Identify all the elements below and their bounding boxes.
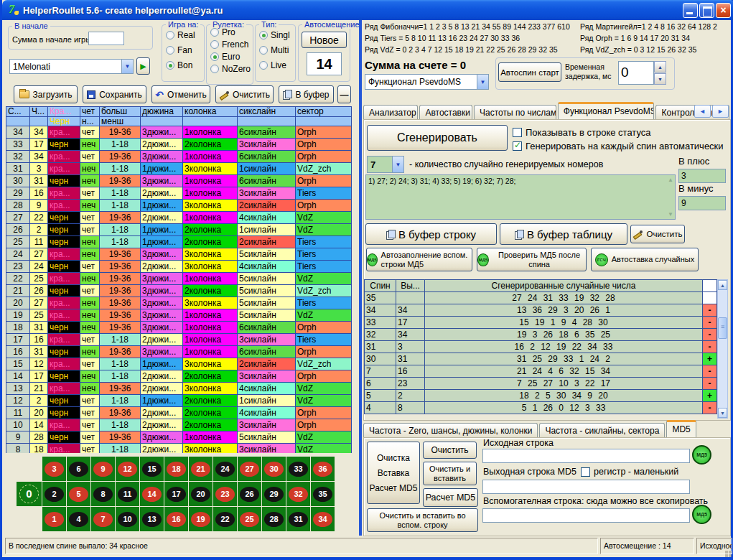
roulette-number-2[interactable]: 2 — [42, 482, 66, 506]
scroll-up-icon[interactable]: ▲ — [718, 280, 727, 290]
history-row[interactable]: 1120чернчет19-362дюжи...2колонка4сиклайн… — [6, 407, 352, 419]
history-row[interactable]: 262чернчет1-181дюжи...2колонка1сиклайнVd… — [6, 224, 352, 236]
history-row[interactable]: 2427кра...неч19-363дюжи...3колонка5сикла… — [6, 248, 352, 261]
history-row[interactable]: 1925кра...неч19-363дюжи...1колонка5сикла… — [6, 309, 352, 322]
history-row[interactable]: 2126чернчет19-363дюжи...2колонка5сиклайн… — [6, 285, 352, 297]
generated-numbers-textarea[interactable]: 1) 27; 2) 24; 3) 31; 4) 33; 5) 19; 6) 32… — [365, 174, 676, 220]
roulette-number-18[interactable]: 18 — [164, 457, 188, 481]
radio-nozero[interactable]: NoZero — [210, 63, 253, 74]
tab-MD5[interactable]: MD5 — [666, 420, 696, 438]
roulette-number-30[interactable]: 30 — [262, 457, 286, 481]
md5-clear-paste-button[interactable]: Очистить и вставить — [423, 462, 477, 485]
count-select[interactable]: 7 ▼ — [367, 156, 404, 173]
new-button[interactable]: Новое — [302, 32, 347, 48]
spin-down-icon[interactable]: ▼ — [654, 73, 666, 85]
radio-real[interactable]: Real — [166, 29, 204, 40]
roulette-number-4[interactable]: 4 — [67, 507, 90, 531]
title-bar[interactable]: 7 HelperRoullet 5.6- create helperroulle… — [2, 0, 733, 20]
history-row[interactable]: 122чернчет1-181дюжи...2колонка1сиклайнVd… — [6, 395, 352, 407]
scrollbar-thumb[interactable] — [718, 317, 727, 339]
undo-button[interactable]: ↶Отменить — [151, 85, 210, 103]
history-row[interactable]: 289кра...неч1-181дюжи...3колонка2сиклайн… — [6, 200, 352, 212]
roulette-number-16[interactable]: 16 — [164, 507, 188, 531]
history-row[interactable]: 818кра...чет1-182дюжи...3колонка3сиклайн… — [6, 444, 352, 454]
chevron-down-icon[interactable]: ▼ — [121, 60, 133, 73]
tab-scroll-right-icon[interactable]: ► — [712, 105, 729, 118]
roulette-number-25[interactable]: 25 — [238, 507, 261, 531]
history-row[interactable]: 1014кра...чет1-182дюжи...2колонка3сиклай… — [6, 419, 352, 431]
roulette-number-15[interactable]: 15 — [140, 457, 164, 481]
clear-generated-button[interactable]: Очистить — [630, 225, 685, 243]
history-row[interactable]: 1631черннеч19-363дюжи...1колонка6сиклайн… — [6, 346, 352, 358]
big-md5-button[interactable]: ОчисткаВставкаРасчет MD5 — [367, 442, 420, 504]
tab-Автоставки[interactable]: Автоставки — [419, 105, 472, 120]
auto-generate-checkbox[interactable]: Генерировать на каждый спин автоматическ… — [513, 141, 724, 151]
roulette-number-36[interactable]: 36 — [311, 457, 335, 481]
start-sum-input[interactable] — [88, 32, 124, 45]
radio-multi[interactable]: Multi — [259, 45, 295, 55]
generated-row[interactable]: 323419 3 26 18 6 35 25- — [365, 329, 717, 341]
roulette-number-19[interactable]: 19 — [189, 507, 213, 531]
history-row[interactable]: 3234кра...чет19-363дюжи...1колонка6сикла… — [6, 151, 352, 163]
roulette-number-23[interactable]: 23 — [213, 482, 237, 506]
plus-value[interactable]: 3 — [678, 169, 726, 183]
roulette-number-12[interactable]: 12 — [116, 457, 139, 481]
roulette-number-20[interactable]: 20 — [189, 482, 213, 506]
profile-select[interactable]: 1Melonati ▼ — [9, 59, 134, 74]
tab-Частота - Zero, шансы, дюжины, колонки[interactable]: Частота - Zero, шансы, дюжины, колонки — [363, 423, 538, 438]
history-row[interactable]: 2027кра...неч19-363дюжи...3колонка5сикла… — [6, 297, 352, 309]
tab-Частоты по числам[interactable]: Частоты по числам — [474, 105, 556, 120]
roulette-number-6[interactable]: 6 — [67, 457, 90, 481]
scroll-down-icon[interactable]: ▼ — [718, 408, 727, 418]
md5-round-button-aux[interactable]: МД5 — [692, 505, 711, 524]
show-status-checkbox[interactable]: Показывать в строке статуса — [513, 127, 651, 138]
chevron-down-icon[interactable]: ▼ — [477, 75, 488, 89]
delay-value[interactable]: 0 — [618, 61, 654, 85]
history-row[interactable]: 3031черннеч19-363дюжи...1колонка6сиклайн… — [6, 175, 352, 187]
roulette-number-32[interactable]: 32 — [286, 482, 310, 506]
clear-button[interactable]: Очистить — [215, 85, 274, 103]
roulette-number-0[interactable]: 0 — [17, 482, 42, 506]
chevron-down-icon[interactable]: ▼ — [392, 157, 403, 172]
history-row[interactable]: 1321кра...неч19-362дюжи...3колонка4сикла… — [6, 383, 352, 395]
history-row[interactable]: 3317черннеч1-182дюжи...2колонка3сиклайнO… — [6, 139, 352, 151]
load-button[interactable]: Загрузить — [14, 85, 78, 103]
generated-row[interactable]: 303131 25 29 33 1 24 2+ — [365, 353, 717, 365]
generated-row[interactable]: 6237 25 27 10 3 22 17- — [365, 378, 717, 390]
roulette-number-8[interactable]: 8 — [91, 482, 115, 506]
generate-button[interactable]: Сгенерировать — [367, 125, 508, 151]
history-row[interactable]: 2225кра...неч19-363дюжи...1колонка5сикла… — [6, 273, 352, 285]
generated-scrollbar[interactable]: ▲ ▼ — [717, 279, 728, 419]
check-md5-button[interactable]: МД5Проверить МД5 после спина — [477, 248, 587, 271]
roulette-number-27[interactable]: 27 — [238, 457, 261, 481]
aux-string-input[interactable] — [482, 508, 690, 523]
roulette-number-26[interactable]: 26 — [238, 482, 261, 506]
radio-singl[interactable]: Singl — [259, 29, 295, 40]
history-row[interactable]: 1716кра...чет1-182дюжи...1колонка3сиклай… — [6, 334, 352, 346]
md5-clear-paste-aux-button[interactable]: Очистить и вставить во вспом. строку — [367, 508, 478, 532]
roulette-number-29[interactable]: 29 — [262, 482, 286, 506]
copy-row-button[interactable]: В буфер строку — [365, 223, 497, 245]
generated-row[interactable]: 3527 24 31 33 19 32 28 — [365, 292, 717, 304]
history-row[interactable]: 2916кра...чет1-182дюжи...1колонка3сиклай… — [6, 187, 352, 200]
roulette-number-31[interactable]: 31 — [286, 507, 310, 531]
roulette-number-7[interactable]: 7 — [91, 507, 115, 531]
roulette-number-34[interactable]: 34 — [311, 507, 335, 531]
roulette-number-21[interactable]: 21 — [189, 457, 213, 481]
history-row[interactable]: 3434кра...чет19-363дюжи...1колонка6сикла… — [6, 126, 352, 139]
generated-row[interactable]: 71621 24 4 6 32 15 34- — [365, 365, 717, 378]
history-row[interactable]: 1512кра...чет1-181дюжи...3колонка2сиклай… — [6, 358, 352, 370]
register-checkbox[interactable]: регистр - маленький — [581, 467, 678, 477]
tab-Анализатор[interactable]: Анализатор — [363, 105, 418, 120]
history-row[interactable]: 1417черннеч1-182дюжи...2колонка3сиклайнO… — [6, 370, 352, 383]
scroll-down-icon[interactable]: ▼ — [668, 211, 673, 218]
history-row[interactable]: 2722чернчет19-362дюжи...1колонка4сиклайн… — [6, 212, 352, 224]
roulette-number-24[interactable]: 24 — [213, 457, 237, 481]
maximize-button[interactable] — [699, 3, 714, 18]
scroll-up-icon[interactable]: ▲ — [668, 177, 673, 183]
radio-live[interactable]: Live — [259, 60, 295, 70]
history-row[interactable]: 2324чернчет19-362дюжи...3колонка4сиклайн… — [6, 261, 352, 273]
mode-select[interactable]: Функционал PsevdoMS ▼ — [365, 74, 489, 90]
roulette-number-13[interactable]: 13 — [140, 507, 164, 531]
close-button[interactable]: × — [716, 3, 731, 18]
